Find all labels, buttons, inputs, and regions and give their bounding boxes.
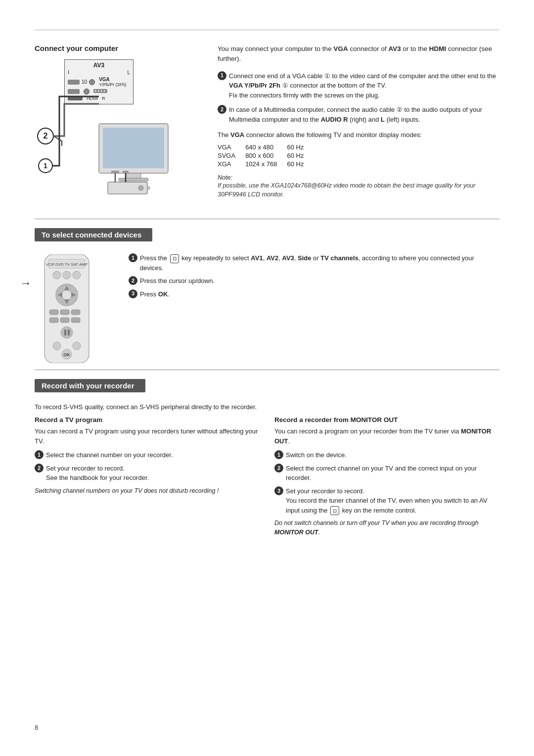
select-step-3-text: Press OK. — [140, 289, 170, 299]
svg-point-23 — [73, 271, 81, 279]
page: Connect your computer AV3 I L 10 — [0, 0, 534, 756]
vga-hz-2: 60 Hz — [287, 151, 313, 160]
remote-control-svg: VCR DVD TV SAT AMP — [35, 254, 99, 363]
record-mon-note: Do not switch channels or turn off your … — [274, 519, 499, 537]
svg-rect-33 — [49, 318, 58, 323]
connect-computer-section: Connect your computer AV3 I L 10 — [35, 44, 499, 203]
step-2-text: In case of a Multimedia computer, connec… — [229, 105, 499, 124]
svg-point-39 — [53, 342, 61, 350]
svg-point-22 — [63, 271, 71, 279]
svg-point-21 — [53, 271, 61, 279]
svg-text:1: 1 — [44, 162, 47, 170]
record-mon-step-3: 3 Set your recorder to record. You recor… — [274, 486, 499, 516]
record-tv-step-1: 1 Select the channel number on your reco… — [35, 450, 260, 460]
record-tv-step-2-text: Set your recorder to record.See the hand… — [46, 464, 149, 483]
svg-text:2: 2 — [44, 132, 48, 140]
svg-text:OK: OK — [63, 352, 70, 357]
svg-rect-31 — [60, 310, 69, 315]
svg-rect-16 — [111, 171, 119, 173]
vga-row-vga: VGA 640 x 480 60 Hz — [218, 143, 313, 151]
record-mon-step-1-text: Switch on the device. — [286, 450, 347, 460]
connect-right: You may connect your computer to the VGA… — [218, 44, 499, 203]
page-number: 8 — [35, 724, 38, 731]
vga-res-1: 640 x 480 — [245, 143, 287, 151]
record-tv-heading: Record a TV program — [35, 416, 260, 424]
select-step-3-badge: 3 — [129, 289, 137, 298]
step-2-badge: 2 — [218, 105, 226, 114]
select-devices-banner: To select connected devices — [35, 228, 152, 241]
av-key: ⊡ — [170, 254, 179, 263]
vga-row-xga: XGA 1024 x 768 60 Hz — [218, 160, 313, 168]
connect-heading: Connect your computer — [35, 44, 203, 52]
select-step-2-text: Press the cursor up/down. — [140, 276, 215, 286]
record-mon-step-3-badge: 3 — [274, 486, 283, 495]
vga-res-3: 1024 x 768 — [245, 160, 287, 168]
connect-step-1: 1 Connect one end of a VGA cable ① to th… — [218, 71, 499, 100]
note-label: Note: — [218, 174, 232, 181]
vga-intro: The VGA connector allows the following T… — [218, 130, 499, 140]
computer-diagram: AV3 I L 10 VGA Y/Pb/Pr (2F — [35, 59, 193, 203]
svg-point-15 — [147, 187, 150, 189]
cable-diagram-svg: 2 1 — [35, 59, 193, 203]
note-text: If possible, use the XGA1024x768@60Hz vi… — [218, 182, 475, 198]
record-monitor-intro: You can record a program on your recorde… — [274, 426, 499, 446]
record-right: Record a recorder from MONITOR OUT You c… — [274, 416, 499, 537]
record-content: Record a TV program You can record a TV … — [35, 416, 499, 537]
section-divider-1 — [35, 219, 499, 219]
record-banner: Record with your recorder — [35, 379, 145, 392]
arrow-icon: → — [20, 276, 32, 290]
record-monitor-heading: Record a recorder from MONITOR OUT — [274, 416, 499, 424]
record-tv-step-1-text: Select the channel number on your record… — [46, 450, 173, 460]
select-step-3: 3 Press OK. — [129, 289, 499, 299]
svg-rect-30 — [49, 310, 58, 315]
vga-table: The VGA connector allows the following T… — [218, 130, 499, 168]
av-key-2: ⊡ — [330, 506, 339, 515]
svg-rect-37 — [64, 330, 66, 335]
svg-point-25 — [62, 290, 72, 300]
top-divider — [35, 30, 499, 30]
step-1-text: Connect one end of a VGA cable ① to the … — [229, 71, 499, 100]
svg-point-36 — [61, 327, 73, 338]
vga-hz-1: 60 Hz — [287, 143, 313, 151]
record-tv-step-1-badge: 1 — [35, 450, 44, 459]
vga-note: Note: If possible, use the XGA1024x768@6… — [218, 173, 499, 200]
svg-rect-18 — [44, 254, 89, 363]
record-mon-step-3-text: Set your recorder to record. You record … — [286, 486, 499, 516]
svg-point-40 — [73, 342, 81, 350]
record-intro: To record S-VHS quality, connect an S-VH… — [35, 402, 499, 412]
vga-mode-1: VGA — [218, 143, 245, 151]
record-mon-step-1-badge: 1 — [274, 450, 283, 459]
record-recorder-section: Record with your recorder To record S-VH… — [35, 379, 499, 537]
svg-rect-35 — [71, 318, 80, 323]
remote-diagram-area: → VCR DVD TV SAT AMP — [35, 251, 114, 365]
remote-svg: VCR DVD TV SAT AMP — [35, 254, 99, 365]
vga-hz-3: 60 Hz — [287, 160, 313, 168]
svg-point-14 — [138, 186, 143, 190]
record-tv-step-2: 2 Set your recorder to record.See the ha… — [35, 464, 260, 483]
svg-rect-34 — [60, 318, 69, 323]
record-mon-step-2-badge: 2 — [274, 464, 283, 472]
select-step-2: 2 Press the cursor up/down. — [129, 276, 499, 286]
svg-rect-32 — [71, 310, 80, 315]
vga-res-2: 800 x 600 — [245, 151, 287, 160]
select-step-1: 1 Press the ⊡ key repeatedly to select A… — [129, 253, 499, 273]
record-mon-step-2-text: Select the correct channel on your TV an… — [286, 464, 499, 483]
connect-intro: You may connect your computer to the VGA… — [218, 44, 499, 64]
connect-step-2: 2 In case of a Multimedia computer, conn… — [218, 105, 499, 124]
vga-mode-2: SVGA — [218, 151, 245, 160]
select-step-2-badge: 2 — [129, 276, 137, 285]
vga-modes-table: VGA 640 x 480 60 Hz SVGA 800 x 600 60 Hz… — [218, 143, 313, 168]
vga-mode-3: XGA — [218, 160, 245, 168]
record-tv-step-2-badge: 2 — [35, 464, 44, 472]
select-devices-content: → VCR DVD TV SAT AMP — [35, 251, 499, 365]
svg-rect-12 — [119, 178, 148, 181]
connect-left: Connect your computer AV3 I L 10 — [35, 44, 203, 203]
select-devices-section: To select connected devices → VCR DVD TV… — [35, 228, 499, 365]
section-divider-2 — [35, 370, 499, 370]
select-step-1-text: Press the ⊡ key repeatedly to select AV1… — [140, 253, 499, 273]
vga-row-svga: SVGA 800 x 600 60 Hz — [218, 151, 313, 160]
step-1-badge: 1 — [218, 71, 226, 80]
svg-rect-38 — [68, 330, 70, 335]
select-steps: 1 Press the ⊡ key repeatedly to select A… — [129, 251, 499, 365]
record-tv-intro: You can record a TV program using your r… — [35, 426, 260, 446]
